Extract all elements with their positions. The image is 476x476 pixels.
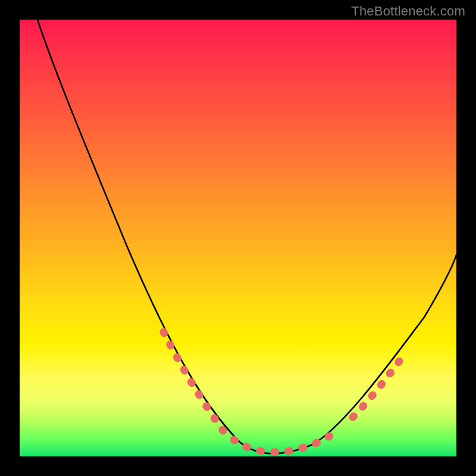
curve-path xyxy=(37,20,456,453)
highlight-right-dots xyxy=(353,352,406,417)
highlight-bottom-dots xyxy=(234,431,336,452)
highlight-left-dots xyxy=(164,332,225,433)
plot-area xyxy=(20,20,456,456)
chart-frame: TheBottleneck.com xyxy=(0,0,476,476)
watermark-text: TheBottleneck.com xyxy=(351,4,465,19)
bottleneck-curve xyxy=(20,20,456,456)
